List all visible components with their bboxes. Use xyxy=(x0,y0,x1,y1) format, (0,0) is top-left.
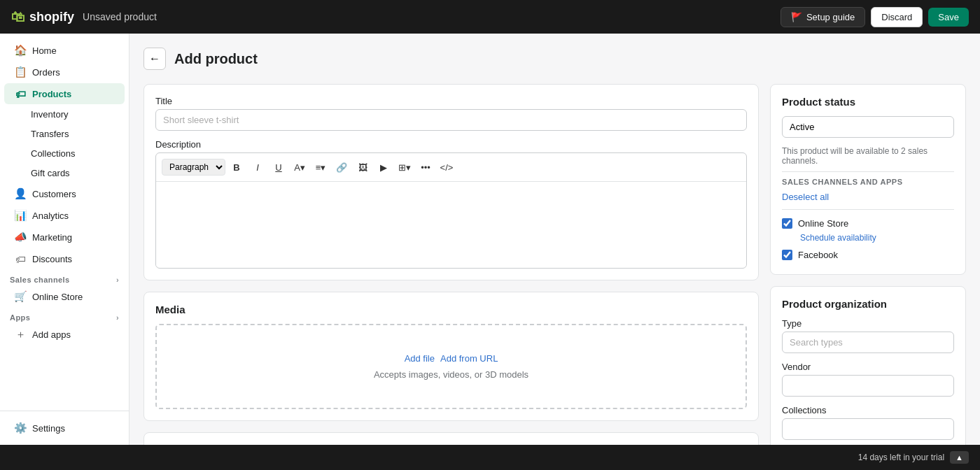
vendor-input[interactable] xyxy=(782,375,954,397)
product-status-card: Product status Active Draft This product… xyxy=(770,84,966,275)
vendor-label: Vendor xyxy=(782,362,954,372)
org-card-title: Product organization xyxy=(782,298,954,310)
sidebar-item-add-apps[interactable]: ＋ Add apps xyxy=(4,324,125,345)
title-description-card: Title Description Paragraph B I xyxy=(144,84,759,280)
main-column: Title Description Paragraph B I xyxy=(144,84,759,445)
sales-channels-section-label: Sales channels › xyxy=(0,270,129,285)
topbar: 🛍 shopify Unsaved product 🚩 Setup guide … xyxy=(0,0,980,34)
sidebar-bottom: ⚙️ Settings xyxy=(0,411,129,445)
sidebar-item-orders[interactable]: 📋 Orders xyxy=(4,62,125,83)
discard-button[interactable]: Discard xyxy=(871,7,923,27)
online-store-channel: Online Store xyxy=(782,215,954,232)
sidebar-item-gift-cards[interactable]: Gift cards xyxy=(24,164,125,183)
type-label: Type xyxy=(782,318,954,329)
align-button[interactable]: ≡▾ xyxy=(311,157,330,177)
status-card-title: Product status xyxy=(782,96,954,108)
online-store-channel-label[interactable]: Online Store xyxy=(798,218,848,229)
sidebar: 🏠 Home 📋 Orders 🏷 Products Inventory Tra… xyxy=(0,34,130,445)
rte-toolbar: Paragraph B I U A▾ ≡▾ 🔗 🖼 ▶ ⊞▾ xyxy=(156,153,746,182)
sidebar-item-discounts[interactable]: 🏷 Discounts xyxy=(4,248,125,269)
sidebar-item-analytics[interactable]: 📊 Analytics xyxy=(4,205,125,226)
shopify-bag-icon: 🛍 xyxy=(11,9,25,25)
collections-group: Collections xyxy=(782,405,954,440)
pricing-card: Pricing Price MYR Compare at price xyxy=(144,432,759,445)
trial-expand-button[interactable]: ▲ xyxy=(950,451,969,464)
title-group: Title xyxy=(155,96,747,131)
products-icon: 🏷 xyxy=(14,87,27,100)
description-input[interactable] xyxy=(156,182,746,266)
product-org-card: Product organization Type Vendor Collect… xyxy=(770,286,966,445)
trial-text: 14 days left in your trial xyxy=(858,453,944,462)
title-input[interactable] xyxy=(155,109,747,131)
sidebar-item-collections[interactable]: Collections xyxy=(24,144,125,163)
underline-button[interactable]: U xyxy=(269,157,288,177)
bold-button[interactable]: B xyxy=(227,157,246,177)
description-label: Description xyxy=(155,139,747,150)
media-links: Add file Add from URL xyxy=(405,353,498,364)
media-dropzone[interactable]: Add file Add from URL Accepts images, vi… xyxy=(155,324,747,409)
sidebar-products-sub: Inventory Transfers Collections Gift car… xyxy=(0,105,129,183)
add-file-link[interactable]: Add file xyxy=(405,353,435,364)
status-select[interactable]: Active Draft xyxy=(782,116,954,138)
side-column: Product status Active Draft This product… xyxy=(770,84,966,445)
color-button[interactable]: A▾ xyxy=(290,157,309,177)
media-card: Media Add file Add from URL Accepts imag… xyxy=(144,292,759,421)
page-title: Add product xyxy=(174,51,258,67)
online-store-checkbox[interactable] xyxy=(782,218,792,229)
sidebar-item-inventory[interactable]: Inventory xyxy=(24,105,125,124)
image-button[interactable]: 🖼 xyxy=(353,157,372,177)
facebook-channel: Facebook xyxy=(782,247,954,263)
sidebar-item-home[interactable]: 🏠 Home xyxy=(4,40,125,61)
description-group: Description Paragraph B I U A▾ ≡▾ xyxy=(155,139,747,269)
discounts-icon: 🏷 xyxy=(14,252,27,265)
schedule-availability-link[interactable]: Schedule availability xyxy=(800,233,954,243)
collections-input[interactable] xyxy=(782,418,954,440)
facebook-checkbox[interactable] xyxy=(782,250,792,260)
table-button[interactable]: ⊞▾ xyxy=(395,157,414,177)
type-group: Type xyxy=(782,318,954,353)
video-button[interactable]: ▶ xyxy=(374,157,393,177)
sidebar-item-products[interactable]: 🏷 Products xyxy=(4,83,125,104)
add-apps-icon: ＋ xyxy=(14,328,27,341)
analytics-icon: 📊 xyxy=(14,209,27,222)
content-layout: Title Description Paragraph B I xyxy=(144,84,966,445)
sidebar-nav: 🏠 Home 📋 Orders 🏷 Products Inventory Tra… xyxy=(0,34,129,351)
status-select-group: Active Draft xyxy=(782,116,954,138)
vendor-group: Vendor xyxy=(782,362,954,397)
link-button[interactable]: 🔗 xyxy=(332,157,351,177)
shopify-logo: 🛍 shopify xyxy=(11,9,74,25)
apps-section-label: Apps › xyxy=(0,308,129,323)
facebook-channel-label[interactable]: Facebook xyxy=(798,250,838,260)
save-button[interactable]: Save xyxy=(928,8,969,27)
sidebar-item-marketing[interactable]: 📣 Marketing xyxy=(4,227,125,248)
more-button[interactable]: ••• xyxy=(416,157,435,177)
rte-wrapper: Paragraph B I U A▾ ≡▾ 🔗 🖼 ▶ ⊞▾ xyxy=(155,152,747,269)
home-icon: 🏠 xyxy=(14,44,27,57)
back-button[interactable]: ← xyxy=(144,48,166,70)
orders-icon: 📋 xyxy=(14,66,27,78)
sales-channels-label: SALES CHANNELS AND APPS xyxy=(782,178,954,186)
divider-1 xyxy=(782,171,954,172)
setup-guide-button[interactable]: 🚩 Setup guide xyxy=(780,7,865,27)
italic-button[interactable]: I xyxy=(248,157,267,177)
deselect-all-link[interactable]: Deselect all xyxy=(782,192,954,202)
sidebar-item-settings[interactable]: ⚙️ Settings xyxy=(4,418,125,439)
settings-icon: ⚙️ xyxy=(14,422,27,434)
sales-channels-chevron[interactable]: › xyxy=(116,276,119,284)
topbar-actions: 🚩 Setup guide Discard Save xyxy=(780,7,969,27)
sidebar-item-transfers[interactable]: Transfers xyxy=(24,124,125,143)
media-title: Media xyxy=(155,304,747,315)
apps-chevron[interactable]: › xyxy=(116,313,119,322)
main-content: ← Add product Title Description xyxy=(130,34,980,445)
status-description: This product will be available to 2 sale… xyxy=(782,146,954,166)
type-input[interactable] xyxy=(782,332,954,353)
title-label: Title xyxy=(155,96,747,106)
collections-label: Collections xyxy=(782,405,954,415)
add-from-url-link[interactable]: Add from URL xyxy=(440,353,498,364)
code-button[interactable]: </> xyxy=(437,157,456,177)
page-header: ← Add product xyxy=(144,48,966,70)
paragraph-select[interactable]: Paragraph xyxy=(162,159,225,176)
sidebar-item-online-store[interactable]: 🛒 Online Store xyxy=(4,286,125,307)
page-state-label: Unsaved product xyxy=(83,11,157,22)
sidebar-item-customers[interactable]: 👤 Customers xyxy=(4,183,125,204)
